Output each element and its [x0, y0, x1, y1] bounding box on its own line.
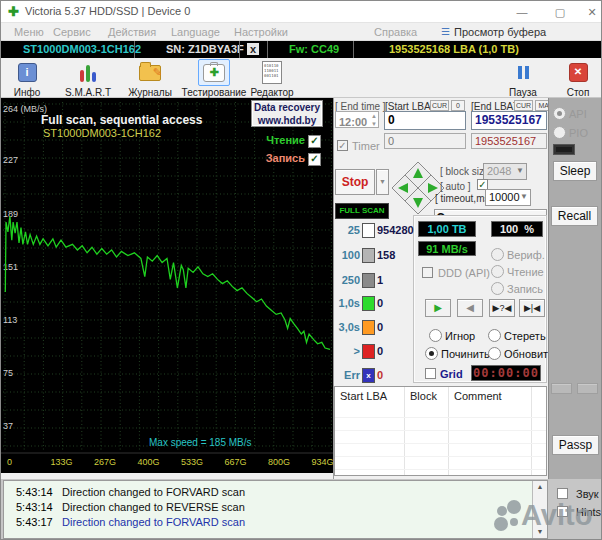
bucket-row: 3,0s0 [335, 320, 425, 334]
window-title: Victoria 5.37 HDD/SSD | Device 0 [25, 5, 190, 17]
elapsed-time-display: 00:00:00 [471, 365, 541, 381]
start-lba-cur-button[interactable]: CUR [430, 100, 449, 111]
bucket-row: 2501 [335, 273, 425, 287]
editor-button[interactable]: 010110110011001101 Редактор [247, 59, 297, 97]
block-size-combo[interactable]: 2048▼ [483, 163, 527, 180]
end-lba-input[interactable]: 1953525167 [471, 111, 547, 130]
svg-text:133G: 133G [51, 457, 73, 467]
close-button[interactable]: ✕ [581, 3, 602, 21]
recall-button[interactable]: Recall [551, 206, 598, 226]
log-entry[interactable]: Direction changed to FORVARD scan [62, 486, 245, 498]
stop-button[interactable]: ✕ Стоп [557, 59, 599, 97]
bucket-color-box: x [362, 368, 375, 383]
auto-label: [ auto ] [440, 181, 471, 192]
write-checkbox[interactable]: ✓ [308, 153, 321, 166]
menu-item-menu[interactable]: Меню [14, 26, 44, 38]
drive-capacity: 1953525168 LBA (1,0 ТВ) [389, 43, 519, 55]
log-entry[interactable]: Direction changed to FORVARD scan [62, 516, 245, 528]
api-radio[interactable]: API [553, 104, 587, 122]
start-lba-input[interactable]: 0 [384, 111, 466, 130]
read-checkbox[interactable]: ✓ [308, 135, 321, 148]
editor-icon: 010110110011001101 [262, 61, 282, 84]
disabled-button-2 [577, 383, 598, 394]
minimize-button[interactable]: — [511, 3, 533, 21]
journals-button[interactable]: ✎ Журналы [123, 59, 177, 97]
action-radio-erase[interactable]: Стереть [488, 326, 546, 344]
scroll-up-icon[interactable]: ▲ [533, 482, 547, 492]
passport-button[interactable]: Passp [552, 435, 599, 455]
action-radio-refresh[interactable]: Обновить [488, 344, 554, 362]
timer-checkbox[interactable]: ✓ [337, 140, 348, 151]
svg-text:800G: 800G [268, 457, 290, 467]
scan-stop-dropdown[interactable]: ▼ [376, 169, 389, 195]
bucket-label: 25 [335, 224, 360, 236]
bucket-row: >0 [335, 344, 425, 358]
bucket-count: 158 [377, 249, 395, 261]
drive-model: ST1000DM003-1CH162 [23, 43, 141, 55]
pause-button[interactable]: Пауза [501, 59, 545, 97]
full-scan-button[interactable]: FULL SCAN [335, 203, 389, 219]
timeout-combo[interactable]: 10000▼ [485, 189, 531, 206]
svg-text:37: 37 [3, 421, 13, 431]
col-start-lba[interactable]: Start LBA [340, 390, 387, 402]
legend-write: Запись ✓ [231, 152, 321, 164]
menu-item-language[interactable]: Language [171, 26, 220, 38]
svg-text:Max speed = 185 MB/s: Max speed = 185 MB/s [149, 437, 252, 448]
speed-display: 91 MB/s [418, 241, 476, 256]
hddby-badge: Data recovery www.hdd.by [251, 100, 323, 127]
col-comment[interactable]: Comment [454, 390, 502, 402]
end-time-spinner[interactable]: 12:00 ▲▼ [335, 111, 379, 128]
log-panel[interactable]: 5:43:14 Direction changed to FORVARD sca… [3, 480, 548, 539]
bucket-row: 100158 [335, 248, 425, 262]
col-block[interactable]: Block [410, 390, 437, 402]
bucket-row: Errx0 [335, 368, 425, 382]
pio-radio[interactable]: PIO [553, 123, 588, 141]
bucket-count: 1 [377, 274, 383, 286]
mode-radio-write[interactable]: Запись [491, 279, 543, 297]
testing-kit-icon: ✚ [203, 64, 225, 82]
svg-text:0: 0 [7, 457, 12, 467]
maximize-button[interactable]: ▢ [549, 3, 571, 21]
end-lba-cur-button[interactable]: CUR [514, 100, 533, 111]
mode-radio-read[interactable]: Чтение [491, 262, 544, 280]
bucket-row: 1,0s0 [335, 296, 425, 310]
smart-button[interactable]: S.M.A.R.T [61, 59, 115, 97]
seek-error-button[interactable]: ▶?◀ [489, 299, 515, 317]
action-radio-ignore[interactable]: Игнор [429, 326, 475, 344]
svg-text:934G: 934G [312, 457, 334, 467]
svg-text:227: 227 [3, 155, 18, 165]
bucket-row: 25954280 [335, 223, 425, 237]
bucket-count: 0 [377, 321, 383, 333]
disabled-button-1 [551, 383, 572, 394]
x-badge[interactable]: x [247, 43, 259, 55]
bucket-color-box [362, 223, 375, 238]
action-radio-repair[interactable]: Починить [425, 344, 490, 362]
svg-text:667G: 667G [225, 457, 247, 467]
menu-item-help[interactable]: Справка [374, 26, 417, 38]
back-button[interactable]: ◀ [457, 299, 483, 317]
avito-watermark: Avito [493, 497, 601, 539]
play-button[interactable]: ▶ [425, 299, 451, 317]
menu-item-actions[interactable]: Действия [108, 26, 156, 38]
scan-stop-button[interactable]: Stop [335, 169, 375, 195]
bucket-count: 954280 [377, 224, 414, 236]
menu-item-service[interactable]: Сервис [53, 26, 91, 38]
sleep-button[interactable]: Sleep [553, 161, 597, 181]
start-lba-zero-button[interactable]: 0 [451, 100, 465, 111]
log-entry[interactable]: Direction changed to REVERSE scan [62, 501, 245, 513]
bucket-color-box [362, 248, 375, 263]
buffer-view-button[interactable]: Просмотр буфера [454, 26, 546, 38]
testing-button[interactable]: ✚ Тестирование [181, 59, 247, 97]
menu-item-settings[interactable]: Настройки [234, 26, 288, 38]
grid-checkbox[interactable] [425, 368, 436, 379]
legend-read: Чтение ✓ [231, 134, 321, 146]
bucket-count: 0 [377, 297, 383, 309]
log-time: 5:43:14 [16, 501, 53, 513]
defect-table[interactable]: Start LBA Block Comment [334, 386, 547, 476]
buffer-list-icon: ☰ [441, 26, 450, 37]
seek-end-button[interactable]: ▶|◀ [519, 299, 545, 317]
mode-radio-verify[interactable]: Вериф. [491, 245, 545, 263]
bucket-label: > [335, 345, 360, 357]
pause-icon [518, 66, 529, 79]
info-button[interactable]: i Инфо [5, 59, 49, 97]
